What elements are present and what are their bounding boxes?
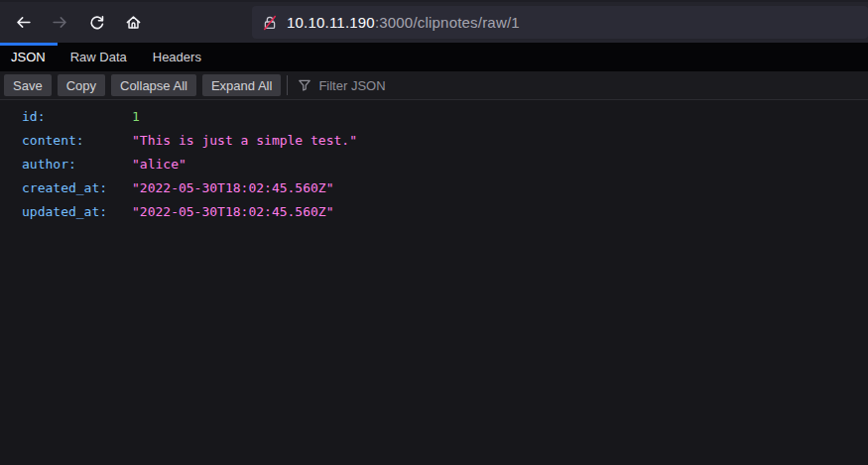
home-button[interactable] xyxy=(118,8,148,38)
json-row: author: "alice" xyxy=(0,153,868,176)
nav-icon-group xyxy=(8,8,252,38)
url-host: 10.10.11.190 xyxy=(287,14,375,31)
url-path: :3000/clipnotes/raw/1 xyxy=(375,14,520,31)
json-value: "This is just a simple test." xyxy=(132,129,357,153)
json-row: id: 1 xyxy=(0,105,868,129)
json-key: author: xyxy=(0,153,132,176)
url-bar[interactable]: 10.10.11.190:3000/clipnotes/raw/1 xyxy=(252,6,868,39)
jsonviewer-tabstrip: JSON Raw Data Headers xyxy=(0,43,868,71)
expand-all-button[interactable]: Expand All xyxy=(202,74,281,96)
toolbar-separator xyxy=(287,75,288,95)
filter-json-input[interactable] xyxy=(318,78,868,93)
save-button[interactable]: Save xyxy=(4,74,52,96)
json-row: content: "This is just a simple test." xyxy=(0,129,868,153)
forward-arrow-icon xyxy=(52,14,68,31)
back-arrow-icon xyxy=(15,14,32,31)
browser-window: 10.10.11.190:3000/clipnotes/raw/1 JSON R… xyxy=(0,0,868,436)
forward-button[interactable] xyxy=(45,8,74,38)
back-button[interactable] xyxy=(8,8,38,38)
reload-button[interactable] xyxy=(81,8,111,38)
collapse-all-button[interactable]: Collapse All xyxy=(111,74,196,96)
copy-button[interactable]: Copy xyxy=(58,74,105,96)
funnel-icon xyxy=(298,78,311,92)
json-value: "alice" xyxy=(132,153,186,176)
json-key: id: xyxy=(0,105,132,129)
json-key: content: xyxy=(0,129,132,153)
jsonviewer-toolbar: Save Copy Collapse All Expand All xyxy=(0,71,868,100)
json-value: "2022-05-30T18:02:45.560Z" xyxy=(132,200,334,224)
json-value: "2022-05-30T18:02:45.560Z" xyxy=(132,176,334,200)
tab-json[interactable]: JSON xyxy=(0,43,58,71)
json-key: updated_at: xyxy=(0,200,132,224)
insecure-lock-icon[interactable] xyxy=(262,15,278,31)
reload-icon xyxy=(88,14,105,31)
filter-box xyxy=(289,78,868,93)
tab-raw-data[interactable]: Raw Data xyxy=(58,43,140,71)
json-content: id: 1 content: "This is just a simple te… xyxy=(0,100,868,436)
url-text: 10.10.11.190:3000/clipnotes/raw/1 xyxy=(287,14,520,31)
home-icon xyxy=(125,14,142,31)
browser-toolbar: 10.10.11.190:3000/clipnotes/raw/1 xyxy=(0,0,868,43)
tab-headers[interactable]: Headers xyxy=(140,43,214,71)
json-key: created_at: xyxy=(0,176,132,200)
json-value: 1 xyxy=(132,105,140,129)
json-row: updated_at: "2022-05-30T18:02:45.560Z" xyxy=(0,200,868,224)
json-row: created_at: "2022-05-30T18:02:45.560Z" xyxy=(0,176,868,200)
